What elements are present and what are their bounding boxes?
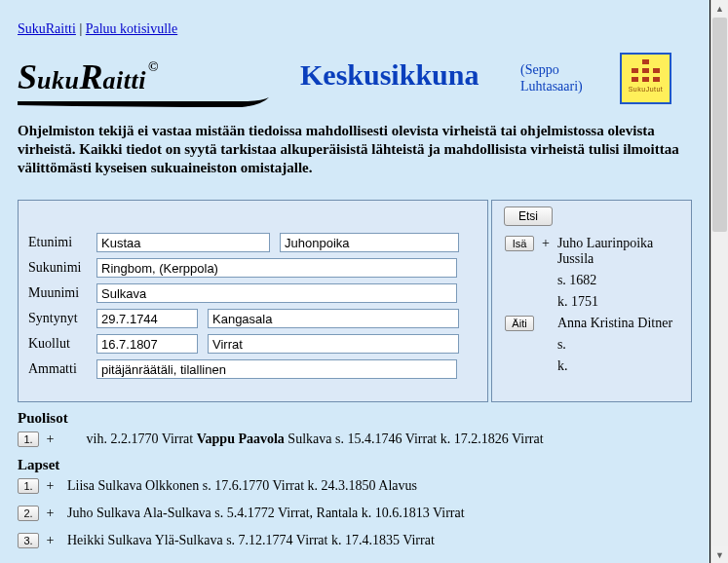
input-died-date[interactable] (96, 334, 198, 354)
child-text: Heikki Sulkava Ylä-Sulkava s. 7.12.1774 … (67, 533, 435, 547)
spouse-suffix: Sulkava s. 15.4.1746 Virrat k. 17.2.1826… (285, 432, 544, 446)
father-born: s. 1682 (555, 271, 681, 290)
sukujutut-icon[interactable]: SukuJutut (620, 53, 671, 104)
disclaimer-text: Ohjelmiston tekijä ei vastaa mistään tie… (18, 122, 692, 176)
child-row: 1. + Liisa Sulkava Olkkonen s. 17.6.1770… (18, 477, 692, 494)
label-othername: Muunimi (26, 281, 95, 306)
input-othername[interactable] (96, 283, 457, 303)
owner-name: (Seppo Luhtasaari) (520, 62, 583, 95)
child-expand[interactable]: + (45, 533, 57, 548)
link-home[interactable]: Paluu kotisivulle (86, 21, 178, 36)
spouse-name: Vappu Paavola (197, 432, 285, 446)
label-born: Syntynyt (26, 306, 95, 331)
logo-underline (18, 95, 271, 117)
child-num-button[interactable]: 1. (18, 478, 39, 494)
scroll-down-arrow[interactable]: ▼ (711, 546, 728, 563)
search-button[interactable]: Etsi (504, 206, 553, 226)
children-heading: Lapset (18, 457, 59, 473)
parents-panel: Etsi Isä + Juho Laurinpoika Jussila s. 1… (491, 200, 692, 402)
spouse-prefix: vih. 2.2.1770 Virrat (87, 432, 197, 446)
mother-button[interactable]: Äiti (505, 316, 534, 331)
mother-born: s. (555, 335, 681, 355)
child-expand[interactable]: + (45, 478, 57, 494)
child-num-button[interactable]: 3. (18, 533, 39, 548)
father-name: Juho Laurinpoika Jussila (555, 234, 681, 269)
mother-name: Anna Kristina Ditner (555, 314, 681, 333)
input-firstname2[interactable] (280, 233, 459, 252)
input-born-place[interactable] (208, 309, 459, 328)
child-text: Liisa Sulkava Olkkonen s. 17.6.1770 Virr… (67, 478, 417, 493)
child-expand[interactable]: + (45, 506, 57, 521)
child-text: Juho Sulkava Ala-Sulkava s. 5.4.1772 Vir… (67, 506, 465, 520)
father-button[interactable]: Isä (505, 236, 534, 251)
header: SukuRaitti© Keskusikkuna (Seppo Luhtasaa… (18, 56, 692, 109)
spouses-heading: Puolisot (18, 410, 68, 427)
link-sukuraitti[interactable]: SukuRaitti (18, 21, 76, 36)
father-died: k. 1751 (555, 292, 681, 312)
vertical-scrollbar[interactable]: ▲ ▼ (710, 0, 728, 563)
input-firstname1[interactable] (96, 233, 270, 252)
label-profession: Ammatti (26, 357, 95, 382)
spouse-expand[interactable]: + (45, 432, 57, 447)
logo: SukuRaitti© (18, 56, 156, 97)
person-form: Etunimi Sukunimi Muunimi Syntynyt (18, 200, 488, 402)
input-profession[interactable] (96, 359, 457, 379)
father-plus[interactable]: + (539, 234, 553, 269)
input-died-place[interactable] (208, 334, 459, 354)
breadcrumb: SukuRaitti | Paluu kotisivulle (18, 21, 177, 37)
label-surname: Sukunimi (26, 255, 95, 281)
page-title: Keskusikkuna (300, 58, 479, 92)
label-died: Kuollut (26, 331, 95, 357)
mother-died: k. (555, 357, 681, 376)
input-surname[interactable] (96, 258, 457, 278)
label-firstname: Etunimi (26, 230, 95, 255)
spouse-row: 1. + vih. 2.2.1770 Virrat Vappu Paavola … (18, 431, 692, 447)
input-born-date[interactable] (96, 309, 198, 328)
child-row: 3. + Heikki Sulkava Ylä-Sulkava s. 7.12.… (18, 532, 692, 548)
child-num-button[interactable]: 2. (18, 506, 39, 521)
child-row: 2. + Juho Sulkava Ala-Sulkava s. 5.4.177… (18, 505, 692, 521)
scroll-thumb[interactable] (712, 18, 727, 232)
scroll-up-arrow[interactable]: ▲ (711, 0, 728, 17)
spouse-num-button[interactable]: 1. (18, 432, 39, 447)
